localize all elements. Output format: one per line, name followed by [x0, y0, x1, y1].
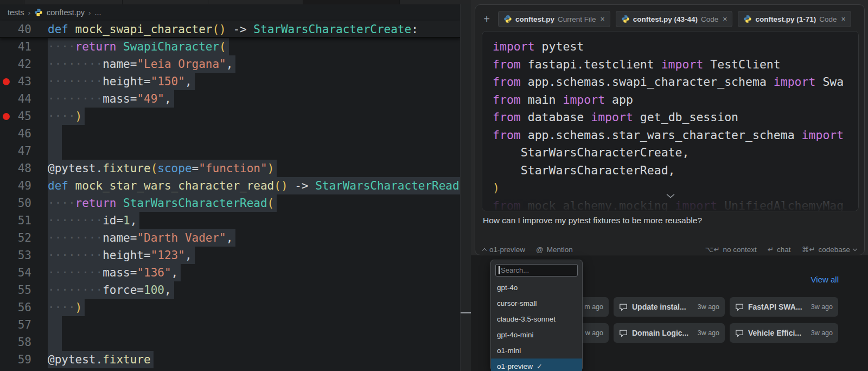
history-card[interactable]: Update instal...3w ago [614, 297, 725, 317]
selection-highlight [48, 142, 62, 160]
breadcrumb-more[interactable]: ... [94, 8, 101, 17]
model-options: gpt-4ocursor-smallclaude-3.5-sonnetgpt-4… [491, 280, 582, 371]
editor-line-51[interactable]: 51········id=1, [0, 212, 460, 229]
context-tabs-row: + conftest.pyCurrent File×conftest.py (4… [481, 10, 859, 28]
line-number[interactable]: 57 [0, 316, 31, 334]
line-number[interactable]: 45 [0, 108, 31, 125]
breadcrumb[interactable]: tests › conftest.py › ... [0, 4, 460, 21]
line-number[interactable]: 58 [0, 334, 31, 351]
editor-line-54[interactable]: 54········mass="136", [0, 264, 460, 281]
editor-line-48[interactable]: 48@pytest.fixture(scope="function") [0, 160, 460, 177]
line-number[interactable]: 43 [0, 73, 31, 90]
chat-submit-button[interactable]: ↵ chat [768, 245, 791, 254]
model-dropdown: gpt-4ocursor-smallclaude-3.5-sonnetgpt-4… [490, 260, 583, 371]
add-context-button[interactable]: + [481, 13, 493, 25]
editor-line-55[interactable]: 55········force=100, [0, 281, 460, 299]
model-option-gpt-4o-mini[interactable]: gpt-4o-mini [491, 327, 582, 343]
line-number[interactable]: 56 [0, 299, 31, 316]
no-context-hint: ⌥↵ no context [705, 245, 757, 254]
selection-highlight: ····return SwapiCharacter( [48, 38, 229, 55]
editor-line-40[interactable]: 40def mock_swapi_character() -> StarWars… [0, 21, 460, 38]
close-icon[interactable]: × [841, 15, 846, 23]
app-window: 40def mock_swapi_character() -> StarWars… [0, 0, 868, 371]
selection-highlight [48, 334, 62, 351]
selection-highlight: @pytest.fixture(scope="function") [48, 160, 277, 177]
breadcrumb-file[interactable]: conftest.py [47, 8, 85, 17]
code-editor[interactable]: 40def mock_swapi_character() -> StarWars… [0, 4, 460, 371]
line-number[interactable]: 48 [0, 160, 31, 177]
model-selector[interactable]: o1-preview [483, 246, 525, 254]
close-icon[interactable]: × [601, 15, 605, 23]
history-card[interactable]: FastAPI SWA...3w ago [730, 297, 838, 317]
history-title: Domain Logic... [632, 329, 693, 337]
editor-line-56[interactable]: 56····) [0, 299, 460, 316]
line-number[interactable]: 47 [0, 142, 31, 160]
editor-line-46[interactable]: 46 [0, 125, 460, 142]
model-option-o1-preview[interactable]: o1-preview✓ [491, 359, 582, 371]
editor-line-42[interactable]: 42········name="Leia Organa", [0, 55, 460, 73]
line-number[interactable]: 54 [0, 264, 31, 281]
codebase-submit-button[interactable]: ⌘↵ codebase [802, 245, 857, 254]
model-option-claude-3.5-sonnet[interactable]: claude-3.5-sonnet [491, 311, 582, 327]
line-number[interactable]: 46 [0, 125, 31, 142]
editor-line-47[interactable]: 47 [0, 142, 460, 160]
line-number[interactable]: 52 [0, 229, 31, 247]
chat-question-input[interactable]: How can I improve my pytest fixtures to … [483, 216, 702, 225]
line-number[interactable]: 59 [0, 351, 31, 368]
line-number[interactable]: 49 [0, 177, 31, 194]
tab-kind-label: Code [701, 15, 718, 23]
chat-bubble-icon [735, 303, 744, 311]
editor-line-59[interactable]: 59@pytest.fixture [0, 351, 460, 368]
chat-bubble-icon [619, 329, 628, 337]
editor-line-43[interactable]: 43········height="150", [0, 73, 460, 90]
close-icon[interactable]: × [723, 15, 727, 23]
editor-line-52[interactable]: 52········name="Darth Vader", [0, 229, 460, 247]
scrollbar-thumb[interactable] [461, 312, 471, 313]
check-icon: ✓ [537, 362, 542, 370]
model-option-cursor-small[interactable]: cursor-small [491, 295, 582, 311]
expand-chevron-icon[interactable] [666, 191, 675, 201]
line-number[interactable]: 40 [0, 21, 31, 38]
editor-scrollbar[interactable] [460, 4, 471, 371]
model-option-o1-mini[interactable]: o1-mini [491, 343, 582, 359]
editor-line-57[interactable]: 57 [0, 316, 460, 334]
context-code-preview[interactable]: import pytestfrom fastapi.testclient imp… [482, 31, 859, 211]
line-number[interactable]: 53 [0, 247, 31, 264]
context-tab-1[interactable]: conftest.pyCurrent File× [498, 11, 610, 27]
line-number[interactable]: 42 [0, 55, 31, 73]
selection-highlight: ········force=100, [48, 281, 174, 299]
editor-line-53[interactable]: 53········height="123", [0, 247, 460, 264]
mention-button[interactable]: @ Mention [536, 246, 573, 254]
selection-highlight: ····return StarWarsCharacterRead( [48, 194, 277, 212]
model-option-gpt-4o[interactable]: gpt-4o [491, 280, 582, 295]
line-number[interactable]: 44 [0, 90, 31, 108]
history-card[interactable]: Vehicle Effici...3w ago [730, 323, 838, 343]
line-number[interactable]: 51 [0, 212, 31, 229]
line-number[interactable]: 50 [0, 194, 31, 212]
view-all-link[interactable]: View all [811, 275, 839, 284]
model-search[interactable] [495, 264, 578, 276]
editor-line-49[interactable]: 49def mock_star_wars_character_read() ->… [0, 177, 460, 194]
selection-highlight: ········name="Darth Vader", [48, 229, 235, 247]
tab-kind-label: Code [819, 15, 837, 23]
selection-highlight: @pytest.fixture [48, 351, 154, 368]
editor-line-50[interactable]: 50····return StarWarsCharacterRead( [0, 194, 460, 212]
editor-line-44[interactable]: 44········mass="49", [0, 90, 460, 108]
context-tab-3[interactable]: conftest.py (1-71)Code× [738, 11, 851, 27]
chevron-up-icon [482, 248, 487, 253]
editor-tab-strip [0, 0, 471, 4]
history-title: Update instal... [632, 303, 693, 311]
tab-kind-label: Current File [558, 15, 596, 23]
line-number[interactable]: 55 [0, 281, 31, 299]
history-card[interactable]: Domain Logic...3w ago [614, 323, 725, 343]
line-number[interactable]: 41 [0, 38, 31, 55]
editor-line-45[interactable]: 45····) [0, 108, 460, 125]
editor-line-41[interactable]: 41····return SwapiCharacter( [0, 38, 460, 55]
model-search-input[interactable] [495, 264, 578, 276]
python-icon [621, 15, 630, 23]
model-selector-label: o1-preview [489, 246, 525, 254]
selection-highlight: ········height="150", [48, 73, 195, 90]
editor-line-58[interactable]: 58 [0, 334, 460, 351]
context-tab-2[interactable]: conftest.py (43-44)Code× [616, 11, 733, 27]
breadcrumb-folder[interactable]: tests [8, 8, 24, 17]
